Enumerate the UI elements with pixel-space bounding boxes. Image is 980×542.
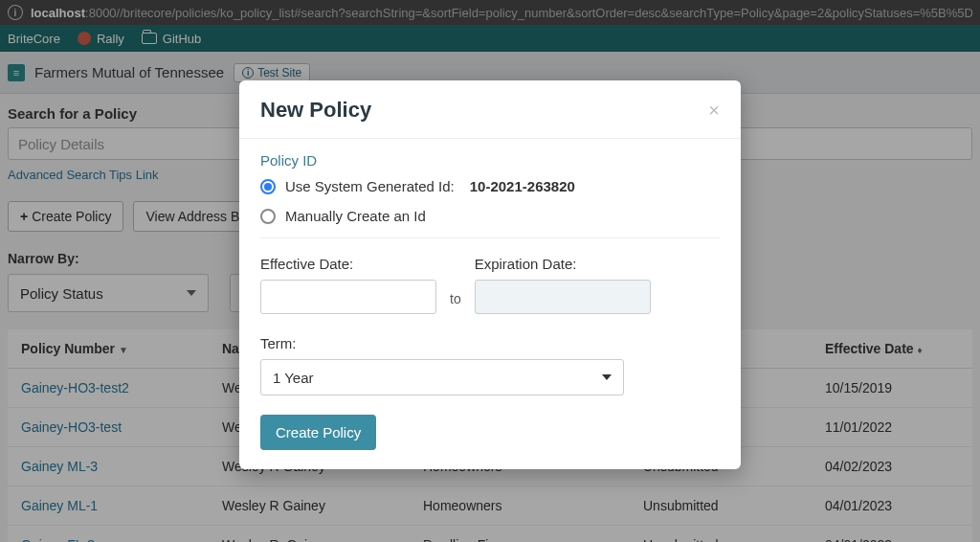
close-icon[interactable]: × bbox=[708, 100, 720, 122]
term-value: 1 Year bbox=[273, 370, 314, 386]
term-select[interactable]: 1 Year bbox=[260, 359, 624, 395]
term-label: Term: bbox=[260, 335, 720, 351]
effective-date-label: Effective Date: bbox=[260, 256, 436, 272]
radio-system-generated[interactable]: Use System Generated Id: 10-2021-263820 bbox=[260, 178, 720, 194]
to-label: to bbox=[450, 291, 461, 306]
radio-label: Manually Create an Id bbox=[285, 208, 426, 224]
generated-id-value: 10-2021-263820 bbox=[470, 178, 575, 194]
radio-checked-icon bbox=[260, 179, 276, 194]
policy-id-label: Policy ID bbox=[260, 152, 720, 169]
chevron-down-icon bbox=[602, 374, 612, 380]
modal-overlay[interactable]: New Policy × Policy ID Use System Genera… bbox=[0, 0, 980, 542]
button-label: Create Policy bbox=[276, 424, 361, 440]
new-policy-modal: New Policy × Policy ID Use System Genera… bbox=[239, 80, 741, 469]
radio-label: Use System Generated Id: bbox=[285, 178, 455, 194]
radio-unchecked-icon bbox=[260, 209, 276, 224]
radio-manual-id[interactable]: Manually Create an Id bbox=[260, 208, 720, 224]
modal-title: New Policy bbox=[260, 98, 371, 123]
create-policy-submit-button[interactable]: Create Policy bbox=[260, 415, 376, 450]
expiration-date-input[interactable] bbox=[475, 280, 651, 314]
effective-date-input[interactable] bbox=[260, 280, 436, 314]
expiration-date-label: Expiration Date: bbox=[475, 256, 651, 272]
divider bbox=[260, 237, 720, 238]
